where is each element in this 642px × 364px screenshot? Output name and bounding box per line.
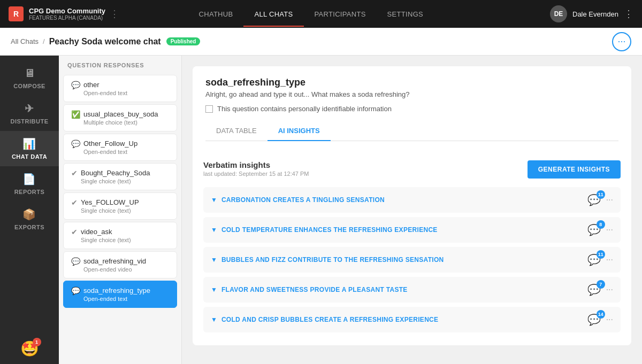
insight-label: COLD TEMPERATURE ENHANCES THE REFRESHING… [221,226,587,234]
insight-count: 8 [597,220,605,229]
list-item[interactable]: 💬 other Open-ended text [63,75,177,102]
insight-label: COLD AND CRISP BUBBLES CREATE A REFRESHI… [221,316,587,323]
sidebar-label-compose: COMPOSE [13,83,45,89]
insight-label: FLAVOR AND SWEETNESS PROVIDE A PLEASANT … [221,286,587,293]
insight-badge-wrap: 💬 7 [587,283,601,296]
list-item[interactable]: ✅ usual_places_buy_soda Multiple choice … [63,104,177,131]
chevron-down-icon: ▼ [211,316,217,323]
insight-badge-wrap: 💬 14 [587,313,601,326]
sidebar-item-exports[interactable]: 📦 EXPORTS [0,202,59,237]
insight-badge-wrap: 💬 11 [587,193,601,206]
question-type: Single choice (text) [81,178,150,184]
tab-bar: DATA TABLE AI INSIGHTS [205,121,618,141]
emoji-badge-area[interactable]: 🤩 1 [14,334,45,364]
tab-chathub[interactable]: CHATHUB [188,2,244,27]
more-options-icon[interactable]: ··· [606,195,613,205]
question-type: Open-ended text [83,90,127,96]
insights-title: Verbatim insights [203,160,309,169]
chevron-down-icon: ▼ [211,286,217,293]
reports-icon: 📄 [22,173,36,185]
breadcrumb-current: Peachy Soda welcome chat [49,37,161,47]
nav-user: DE Dale Evernden ⋮ [550,5,633,22]
tab-ai-insights[interactable]: AI INSIGHTS [268,121,331,141]
more-options-icon[interactable]: ··· [606,285,613,295]
question-name: usual_places_buy_soda [83,110,158,118]
sidebar-label-reports: REPORTS [14,189,45,195]
insight-row[interactable]: ▼ COLD AND CRISP BUBBLES CREATE A REFRES… [203,307,621,332]
list-item[interactable]: 💬 soda_refreshing_vid Open-ended video [63,251,177,278]
more-options-icon[interactable]: ··· [606,315,613,324]
insight-row[interactable]: ▼ FLAVOR AND SWEETNESS PROVIDE A PLEASAN… [203,277,621,303]
breadcrumb-parent[interactable]: All Chats [11,37,39,45]
exports-icon: 📦 [22,208,36,221]
insight-label: CARBONATION CREATES A TINGLING SENSATION [221,196,587,204]
status-badge: Published [166,37,201,45]
pii-row: This question contains personally identi… [205,105,618,113]
pii-checkbox[interactable] [205,105,213,113]
chevron-down-icon: ▼ [211,256,217,264]
question-detail: soda_refreshing_type Alright, go ahead a… [193,66,631,152]
insights-header: Verbatim insights last updated: Septembe… [203,160,621,179]
check-circle-icon: ✔ [71,228,78,236]
chat-data-icon: 📊 [22,137,36,150]
tab-all-chats[interactable]: ALL CHATS [243,2,303,27]
tab-data-table[interactable]: DATA TABLE [205,121,268,141]
insight-count: 11 [597,190,605,199]
tab-settings[interactable]: SETTINGS [377,2,434,27]
insight-row[interactable]: ▼ BUBBLES AND FIZZ CONTRIBUTE TO THE REF… [203,247,621,273]
video-icon: 💬 [71,257,80,266]
sidebar-item-distribute[interactable]: ✈ DISTRIBUTE [0,96,59,131]
list-item[interactable]: ✔ video_ask Single choice (text) [63,222,177,249]
brand-menu-icon[interactable]: ⋮ [110,8,119,20]
username: Dale Evernden [572,10,618,18]
pii-label: This question contains personally identi… [217,105,392,113]
user-menu-icon[interactable]: ⋮ [624,8,633,20]
chevron-down-icon: ▼ [211,196,217,204]
insights-section: Verbatim insights last updated: Septembe… [193,152,631,345]
brand-sub: FEATURES ALPHA (CANADA) [29,15,105,21]
sidebar-label-chat-data: CHAT DATA [12,153,47,160]
question-type: Open-ended text [83,296,150,302]
sidebar-item-chat-data[interactable]: 📊 CHAT DATA [0,131,59,166]
list-item[interactable]: 💬 Other_Follow_Up Open-ended text [63,134,177,161]
check-circle-icon: ✔ [71,198,78,207]
sidebar-item-reports[interactable]: 📄 REPORTS [0,166,59,202]
question-list-header: QUESTION RESPONSES [59,56,181,73]
question-title: soda_refreshing_type [205,77,618,88]
insight-row[interactable]: ▼ CARBONATION CREATES A TINGLING SENSATI… [203,187,621,213]
question-type: Multiple choice (text) [83,119,158,126]
generate-insights-button[interactable]: GENERATE INSIGHTS [528,160,621,179]
question-type: Open-ended text [83,149,137,155]
list-item-active[interactable]: 💬 soda_refreshing_type Open-ended text [63,281,177,308]
notification-badge: 1 [33,338,41,346]
top-nav: R CPG Demo Community FEATURES ALPHA (CAN… [0,0,642,28]
list-item[interactable]: ✔ Bought_Peachy_Soda Single choice (text… [63,163,177,190]
check-icon: ✅ [71,110,80,119]
insight-row[interactable]: ▼ COLD TEMPERATURE ENHANCES THE REFRESHI… [203,217,621,243]
content-card: soda_refreshing_type Alright, go ahead a… [193,66,631,345]
sidebar-label-distribute: DISTRIBUTE [11,118,49,125]
question-name: soda_refreshing_vid [83,257,146,265]
insight-badge-wrap: 💬 8 [587,223,601,236]
content-area: soda_refreshing_type Alright, go ahead a… [182,56,642,364]
more-options-icon[interactable]: ··· [606,225,613,235]
action-button[interactable]: ··· [612,32,631,51]
insights-title-block: Verbatim insights last updated: Septembe… [203,160,309,177]
sidebar-item-compose[interactable]: 🖥 COMPOSE [0,61,59,96]
more-options-icon[interactable]: ··· [606,255,613,265]
insight-count: 14 [597,310,605,319]
brand-info: CPG Demo Community FEATURES ALPHA (CANAD… [29,7,105,21]
chat-icon: 💬 [71,81,80,89]
list-item[interactable]: ✔ Yes_FOLLOW_UP Single choice (text) [63,192,177,220]
tab-participants[interactable]: PARTICIPANTS [304,2,377,27]
insight-count: 11 [597,250,605,259]
question-list-panel: QUESTION RESPONSES 💬 other Open-ended te… [59,56,182,364]
question-type: Open-ended video [83,266,146,273]
chat-icon: 💬 [71,286,80,295]
compose-icon: 🖥 [24,67,35,80]
main-layout: 🖥 COMPOSE ✈ DISTRIBUTE 📊 CHAT DATA 📄 REP… [0,56,642,364]
brand-name: CPG Demo Community [29,7,105,16]
insight-badge-wrap: 💬 11 [587,253,601,266]
insight-label: BUBBLES AND FIZZ CONTRIBUTE TO THE REFRE… [221,256,587,264]
breadcrumb-separator: / [43,37,45,45]
